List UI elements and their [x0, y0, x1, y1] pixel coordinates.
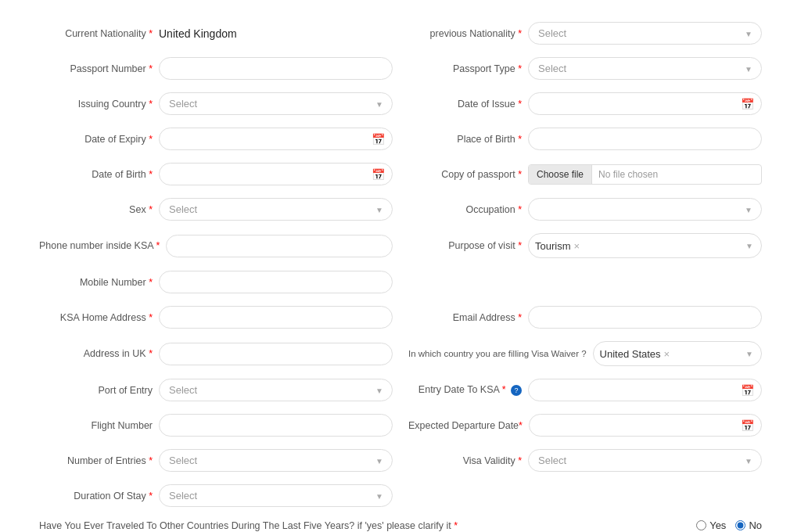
issuing-country-select[interactable]: Select: [159, 92, 393, 115]
number-of-entries-label: Number of Entries *: [39, 455, 153, 466]
visa-validity-label: Visa Validity *: [408, 455, 522, 466]
entry-date-info-icon: ?: [511, 385, 522, 396]
purpose-of-visit-tag-select[interactable]: Tourism × ▼: [528, 233, 762, 258]
travel-yes-radio[interactable]: [696, 520, 706, 530]
place-of-birth-input[interactable]: [528, 128, 762, 150]
date-of-birth-input[interactable]: [159, 163, 393, 185]
travel-yes-label[interactable]: Yes: [696, 519, 726, 531]
country-filling-visa-label: In which country you are filling Visa Wa…: [408, 349, 587, 358]
copy-of-passport-file-wrap: Choose file No file chosen: [528, 164, 762, 185]
email-address-label: Email Address *: [408, 312, 522, 323]
duration-of-stay-select[interactable]: Select: [159, 484, 393, 507]
phone-inside-ksa-label: Phone number inside KSA *: [39, 240, 160, 251]
mobile-number-input[interactable]: [159, 271, 393, 293]
date-of-issue-input[interactable]: [528, 92, 762, 115]
email-address-input[interactable]: [528, 306, 762, 329]
previous-nationality-select[interactable]: Select: [528, 22, 762, 45]
issuing-country-label: Issuing Country *: [39, 99, 153, 110]
passport-number-input[interactable]: [159, 57, 393, 80]
phone-inside-ksa-input[interactable]: [166, 235, 393, 257]
purpose-of-visit-arrow: ▼: [745, 242, 753, 250]
date-of-birth-label: Date of Birth *: [39, 169, 153, 180]
port-of-entry-select[interactable]: Select: [159, 379, 393, 401]
purpose-of-visit-remove-tag[interactable]: ×: [574, 240, 580, 252]
passport-type-label: Passport Type *: [408, 63, 522, 74]
duration-of-stay-label: Duration Of Stay *: [39, 491, 153, 501]
current-nationality-value: United Kingdom: [159, 27, 237, 40]
travel-question-radio-group: Yes No: [696, 519, 762, 531]
travel-no-radio[interactable]: [735, 520, 745, 530]
mobile-number-label: Mobile Number *: [39, 277, 153, 288]
visa-validity-select[interactable]: Select: [528, 449, 762, 472]
country-filling-visa-tag-select[interactable]: United States × ▼: [593, 341, 762, 366]
purpose-of-visit-tag: Tourism ×: [535, 240, 580, 252]
ksa-home-address-input[interactable]: [159, 306, 393, 329]
country-filling-visa-arrow: ▼: [745, 350, 753, 358]
choose-file-button[interactable]: Choose file: [529, 165, 592, 184]
country-filling-visa-tag: United States ×: [600, 348, 670, 360]
travel-question-row: Have You Ever Traveled To Other Countrie…: [31, 513, 770, 532]
passport-type-select[interactable]: Select: [528, 57, 762, 80]
travel-question-text: Have You Ever Traveled To Other Countrie…: [39, 520, 458, 531]
port-of-entry-label: Port of Entry: [39, 385, 153, 396]
address-in-uk-input[interactable]: [159, 343, 393, 365]
occupation-select[interactable]: [528, 198, 762, 221]
previous-nationality-label: previous Nationality *: [408, 28, 522, 39]
date-of-expiry-label: Date of Expiry *: [39, 134, 153, 145]
sex-select[interactable]: Select: [159, 198, 393, 221]
expected-departure-date-input[interactable]: [529, 414, 762, 437]
current-nationality-label: Current Nationality *: [39, 28, 153, 39]
number-of-entries-select[interactable]: Select: [159, 449, 393, 472]
entry-date-ksa-input[interactable]: [528, 379, 762, 401]
entry-date-ksa-label: Entry Date To KSA * ?: [408, 384, 522, 396]
expected-departure-date-label: Expected Departure Date*: [408, 420, 523, 431]
ksa-home-address-label: KSA Home Address *: [39, 312, 153, 323]
flight-number-input[interactable]: [159, 414, 393, 437]
place-of-birth-label: Place of Birth *: [408, 134, 522, 145]
address-in-uk-label: Address in UK *: [39, 348, 153, 359]
sex-label: Sex *: [39, 204, 153, 215]
flight-number-label: Flight Number: [39, 420, 153, 431]
passport-number-label: Passport Number *: [39, 63, 153, 74]
travel-no-label[interactable]: No: [735, 519, 762, 531]
copy-of-passport-label: Copy of passport *: [408, 169, 522, 180]
date-of-issue-label: Date of Issue *: [408, 99, 522, 110]
occupation-label: Occupation *: [408, 204, 522, 215]
date-of-expiry-input[interactable]: [159, 128, 393, 150]
purpose-of-visit-label: Purpose of visit *: [408, 240, 522, 251]
file-no-file-label: No file chosen: [592, 165, 664, 184]
country-filling-visa-remove-tag[interactable]: ×: [664, 348, 670, 360]
